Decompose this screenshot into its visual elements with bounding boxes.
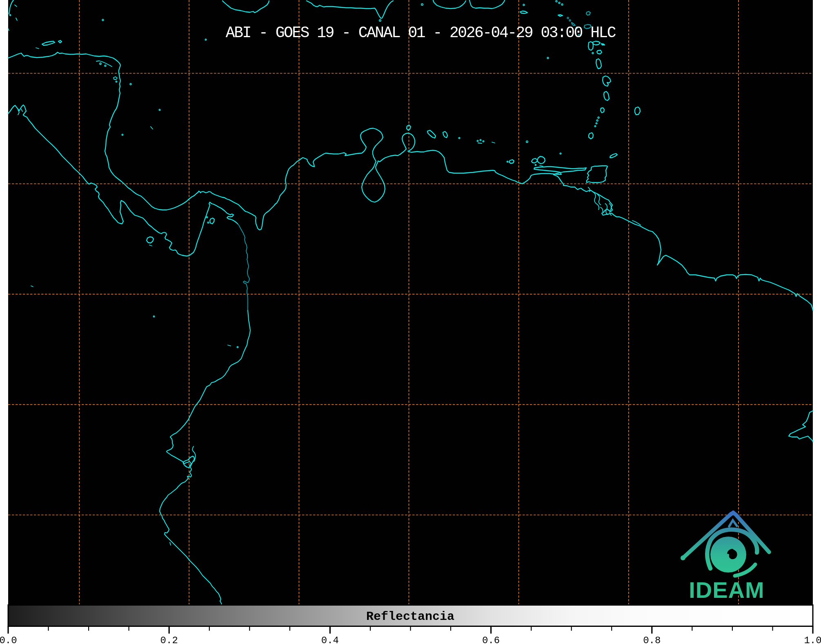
svg-text:ABI - GOES 19 - CANAL 01 - 202: ABI - GOES 19 - CANAL 01 - 2026-04-29 03… (226, 24, 616, 42)
svg-text:0.2: 0.2 (160, 635, 178, 644)
svg-text:0.4: 0.4 (321, 635, 339, 644)
svg-text:IDEAM: IDEAM (689, 577, 764, 603)
svg-text:1.0: 1.0 (804, 635, 821, 644)
svg-text:0.0: 0.0 (0, 635, 17, 644)
svg-text:0.6: 0.6 (482, 635, 500, 644)
svg-text:0.8: 0.8 (643, 635, 661, 644)
svg-text:Reflectancia: Reflectancia (366, 610, 454, 624)
